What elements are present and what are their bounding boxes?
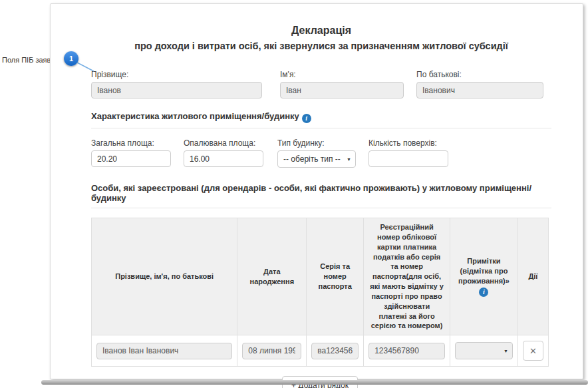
patronymic-input[interactable] <box>416 82 543 98</box>
building-type-label: Тип будинку: <box>277 138 356 148</box>
resident-name-input[interactable] <box>96 343 232 359</box>
chevron-down-icon: ▼ <box>504 349 508 353</box>
resident-birth-date-input[interactable] <box>242 343 301 359</box>
col-header-birth-date: Дата народження <box>237 218 307 335</box>
info-icon[interactable]: i <box>479 288 488 297</box>
patronymic-field-group: По батькові: <box>416 70 543 98</box>
floors-input[interactable] <box>368 150 448 167</box>
total-area-input[interactable] <box>91 150 171 167</box>
housing-heading-text: Характеристика житлового приміщення/буди… <box>91 111 299 121</box>
close-icon: ✕ <box>529 347 537 355</box>
col-header-tax-number: Реєстраційний номер облікової картки пла… <box>364 218 450 335</box>
heated-area-label: Опалювана площа: <box>184 138 263 148</box>
total-area-label: Загальна площа: <box>91 138 171 148</box>
col-header-notes-text: Примітки (відмітка про проживання)» <box>456 256 512 286</box>
residents-table: Прізвище, ім'я, по батькові Дата народже… <box>91 218 549 367</box>
total-area-field-group: Загальна площа: <box>91 138 171 168</box>
page-title: Декларація <box>91 25 551 37</box>
chevron-down-icon: ▼ <box>347 157 351 162</box>
info-icon[interactable]: i <box>302 114 311 123</box>
col-header-name: Прізвище, ім'я, по батькові <box>92 218 237 335</box>
table-row: ▼ ✕ <box>92 335 549 367</box>
resident-passport-input[interactable] <box>311 343 359 359</box>
housing-fields-row: Загальна площа: Опалювана площа: Тип буд… <box>91 138 551 168</box>
col-header-notes: Примітки (відмітка про проживання)» i <box>450 218 518 335</box>
page-subtitle: про доходи і витрати осіб, які звернулис… <box>91 41 551 51</box>
building-type-field-group: Тип будинку: -- оберіть тип -- ▼ <box>277 138 356 168</box>
remove-row-button[interactable]: ✕ <box>523 341 543 361</box>
section-divider <box>91 128 551 128</box>
floors-field-group: Кількість поверхів: <box>368 138 448 168</box>
section-divider <box>91 208 551 208</box>
firstname-input[interactable] <box>280 82 404 98</box>
surname-label: Прізвище: <box>91 70 262 79</box>
housing-section-heading: Характеристика житлового приміщення/буди… <box>91 111 551 123</box>
col-header-passport: Серія та номер паспорта <box>307 218 364 335</box>
patronymic-label: По батькові: <box>416 70 543 79</box>
resident-note-select[interactable]: ▼ <box>455 342 513 359</box>
resident-tax-number-input[interactable] <box>368 343 445 359</box>
heated-area-input[interactable] <box>184 150 263 167</box>
firstname-field-group: Ім'я: <box>280 70 404 98</box>
surname-field-group: Прізвище: <box>91 70 262 98</box>
applicant-name-row: Прізвище: Ім'я: По батькові: <box>91 70 551 98</box>
residents-table-header-row: Прізвище, ім'я, по батькові Дата народже… <box>92 218 549 335</box>
floors-label: Кількість поверхів: <box>368 138 448 148</box>
firstname-label: Ім'я: <box>280 70 404 79</box>
heated-area-field-group: Опалювана площа: <box>184 138 263 168</box>
residents-section-heading: Особи, які зареєстровані (для орендарів … <box>91 183 551 203</box>
building-type-select[interactable]: -- оберіть тип -- ▼ <box>277 150 356 168</box>
col-header-actions: Дії <box>517 218 548 335</box>
declaration-card: Декларація про доходи і витрати осіб, як… <box>50 3 583 379</box>
building-type-selected-value: -- оберіть тип -- <box>283 154 341 164</box>
window-bottom-edge <box>41 380 588 385</box>
surname-input[interactable] <box>91 82 262 98</box>
annotation-badge-1: 1 <box>64 51 78 66</box>
